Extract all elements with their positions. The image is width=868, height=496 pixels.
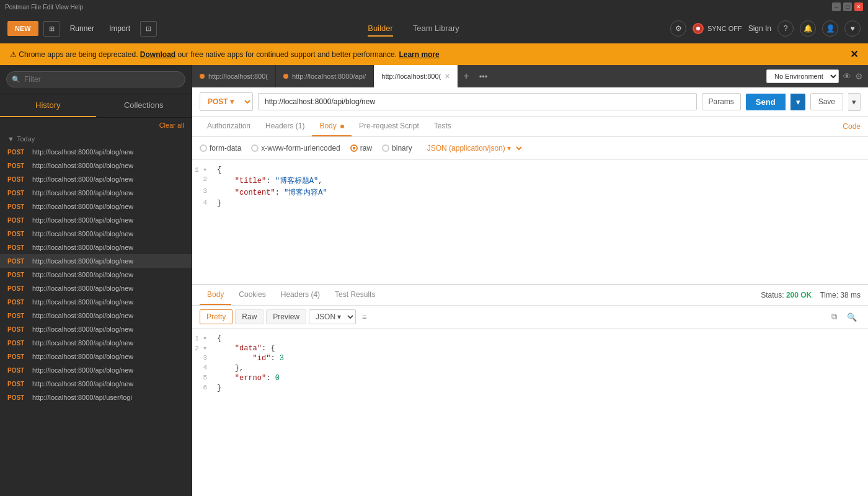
tab-url: http://localhost:8000/api/ [292,73,366,80]
send-dropdown-button[interactable]: ▾ [790,94,805,110]
notifications-icon-button[interactable]: 🔔 [800,20,816,37]
sidebar-item-15[interactable]: POSThttp://localhost:8000/api/blog/new [0,350,192,363]
banner-close-button[interactable]: ✕ [850,48,858,60]
copy-response-button[interactable]: ⧉ [828,309,841,324]
sidebar-item-10[interactable]: POSThttp://localhost:8000/api/blog/new [0,281,192,295]
response-test-results-tab[interactable]: Test Results [327,285,383,305]
form-data-radio[interactable] [200,144,207,152]
download-link[interactable]: Download [140,50,175,59]
response-body-tab[interactable]: Body [200,285,231,305]
form-data-option[interactable]: form-data [200,144,241,153]
banner-text: Chrome apps are being deprecated. [19,50,138,59]
help-icon-button[interactable]: ? [777,20,794,37]
request-tab-2[interactable]: Body [312,117,352,136]
layout-icon-button[interactable]: ⊞ [43,21,60,37]
save-button[interactable]: Save [810,93,843,110]
runner-button[interactable]: Runner [65,21,99,36]
sidebar-item-6[interactable]: POSThttp://localhost:8000/api/blog/new [0,227,192,241]
tab-item-0[interactable]: http://localhost:800( [192,65,276,87]
method-select[interactable]: POST ▾ GET PUT DELETE [200,92,253,111]
format-response-button[interactable]: ≡ [358,310,371,324]
learn-more-link[interactable]: Learn more [399,50,439,59]
binary-radio[interactable] [382,144,389,152]
save-dropdown-button[interactable]: ▾ [848,93,861,111]
raw-option[interactable]: raw [350,144,372,153]
top-nav: NEW ⊞ Runner Import ⊡ Builder Team Libra… [0,14,868,43]
method-badge: POST [7,231,27,237]
sidebar-item-9[interactable]: POSThttp://localhost:8000/api/blog/new [0,268,192,281]
request-tab-1[interactable]: Headers (1) [258,117,312,136]
heart-icon-button[interactable]: ♥ [844,20,861,37]
sync-button[interactable]: SYNC OFF [693,23,742,34]
sidebar-item-18[interactable]: POSThttp://localhost:8000/api/user/logi [0,391,192,404]
new-button[interactable]: NEW [7,21,38,36]
params-button[interactable]: Params [702,93,741,110]
team-library-tab[interactable]: Team Library [413,21,459,37]
url-input[interactable] [258,93,697,110]
maximize-button[interactable]: □ [843,2,852,11]
sidebar-item-11[interactable]: POSThttp://localhost:8000/api/blog/new [0,295,192,309]
sidebar-item-3[interactable]: POSThttp://localhost:8000/api/blog/new [0,186,192,200]
tab-close-button[interactable]: ✕ [445,73,450,81]
sidebar-item-12[interactable]: POSThttp://localhost:8000/api/blog/new [0,309,192,322]
sidebar-item-4[interactable]: POSThttp://localhost:8000/api/blog/new [0,200,192,213]
item-url: http://localhost:8000/api/blog/new [32,216,133,224]
item-url: http://localhost:8000/api/blog/new [32,312,133,319]
urlencoded-option[interactable]: x-www-form-urlencoded [251,144,340,153]
env-settings-button[interactable]: ⚙ [855,71,863,81]
collections-tab[interactable]: Collections [96,94,192,117]
sidebar-item-17[interactable]: POSThttp://localhost:8000/api/blog/new [0,377,192,391]
binary-option[interactable]: binary [382,144,412,153]
tab-item-1[interactable]: http://localhost:8000/api/ [276,65,374,87]
sidebar-item-0[interactable]: POSThttp://localhost:8000/api/blog/new [0,145,192,159]
env-eye-button[interactable]: 👁 [843,71,851,81]
request-tab-0[interactable]: Authorization [200,117,258,136]
send-button[interactable]: Send [746,94,786,110]
sidebar-item-8[interactable]: POSThttp://localhost:8000/api/blog/new [0,254,192,268]
more-tabs-button[interactable]: ••• [474,72,493,81]
history-tab[interactable]: History [0,94,96,117]
method-badge: POST [7,272,27,278]
builder-tab[interactable]: Builder [368,21,392,37]
request-tab-4[interactable]: Tests [427,117,459,136]
sidebar-item-5[interactable]: POSThttp://localhost:8000/api/blog/new [0,213,192,227]
tab-dot [283,74,288,79]
add-tab-button[interactable]: + [458,71,474,82]
urlencoded-radio[interactable] [251,144,259,152]
import-button[interactable]: Import [104,21,135,36]
code-button[interactable]: Code [843,122,861,131]
method-badge: POST [7,176,27,183]
response-json-select[interactable]: JSON ▾ XML HTML [309,309,356,324]
response-headers-tab[interactable]: Headers (4) [273,285,327,305]
pretty-button[interactable]: Pretty [200,309,232,324]
user-icon-button[interactable]: 👤 [822,20,838,37]
resp-line-1: 1 ▾ { [192,334,868,343]
tab-item-2[interactable]: http://localhost:800(✕ [374,65,458,87]
preview-button[interactable]: Preview [266,309,306,324]
clear-all-button[interactable]: Clear all [159,122,184,129]
environment-select[interactable]: No Environment [766,69,839,83]
code-editor[interactable]: 1 ▾ { 2 "title": "博客标题A", 3 "content": "… [192,160,868,284]
close-button[interactable]: ✕ [854,2,863,11]
settings-icon-button[interactable]: ⚙ [670,20,686,37]
sidebar-item-14[interactable]: POSThttp://localhost:8000/api/blog/new [0,336,192,350]
sidebar-item-1[interactable]: POSThttp://localhost:8000/api/blog/new [0,159,192,172]
sign-in-button[interactable]: Sign In [748,24,771,33]
sidebar-item-2[interactable]: POSThttp://localhost:8000/api/blog/new [0,172,192,186]
item-url: http://localhost:8000/api/blog/new [32,285,133,292]
request-tab-3[interactable]: Pre-request Script [352,117,427,136]
sidebar-item-13[interactable]: POSThttp://localhost:8000/api/blog/new [0,322,192,336]
sidebar-item-16[interactable]: POSThttp://localhost:8000/api/blog/new [0,363,192,377]
raw-button[interactable]: Raw [235,309,264,324]
method-badge: POST [7,258,27,265]
search-response-button[interactable]: 🔍 [843,309,861,324]
raw-radio[interactable] [350,144,358,152]
new-tab-icon-button[interactable]: ⊡ [140,21,157,37]
search-input[interactable] [6,71,185,87]
response-cookies-tab[interactable]: Cookies [231,285,273,305]
json-type-select[interactable]: JSON (application/json) ▾ Text JavaScrip… [422,142,524,154]
minimize-button[interactable]: ─ [832,2,841,11]
sidebar-item-7[interactable]: POSThttp://localhost:8000/api/blog/new [0,241,192,254]
status-ok-badge: 200 OK [786,291,812,299]
response-time: 38 ms [840,291,861,299]
